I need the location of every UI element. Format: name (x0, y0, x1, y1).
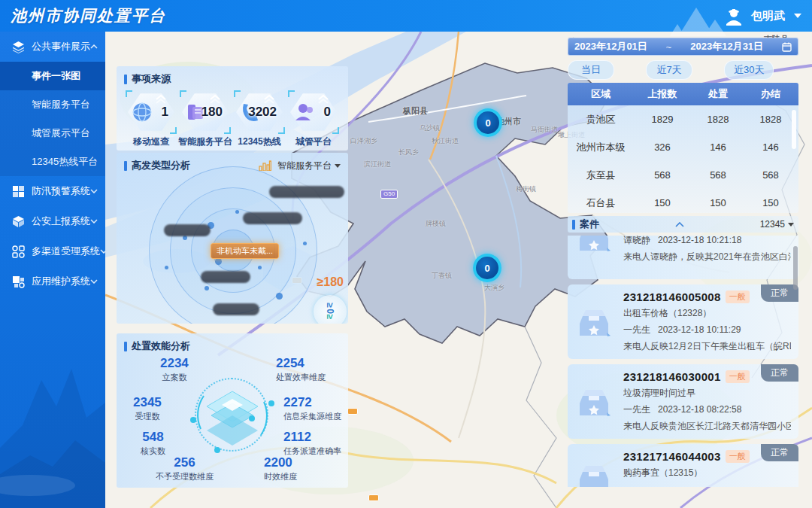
case-title: 垃圾清理时间过早 (623, 387, 791, 400)
chevron-down-icon (100, 249, 105, 254)
bubble-point (215, 258, 222, 265)
stat-value: 0 (324, 105, 331, 120)
top-type-tag[interactable]: 非机动车未戴... (211, 243, 279, 259)
circle-node (249, 415, 255, 421)
stat-label: 城管平台 (286, 135, 341, 148)
case-box-icon (577, 236, 611, 252)
bubble-point (205, 286, 209, 291)
map-cluster-marker[interactable]: 0 (473, 254, 501, 282)
stat-value: 180 (201, 105, 223, 120)
bubble-point (303, 242, 307, 245)
case-level-badge: 一般 (726, 370, 750, 383)
case-box-icon (577, 463, 611, 487)
case-card[interactable]: 正常 231218146030001 一般 垃圾清理时间过早 一先生2023-1… (568, 364, 798, 439)
chevron-down-icon (90, 219, 98, 224)
map-label: 滨江街道 (364, 160, 391, 169)
table-row[interactable]: 东至县568 568568 (568, 161, 798, 189)
sidebar-group-flood-warning[interactable]: 防汛预警系统 (0, 176, 105, 206)
date-range-bar[interactable]: 2023年12月01日 ~ 2023年12月31日 (568, 38, 798, 56)
source-stat-mobile-patrol: 1 移动巡查 (124, 92, 178, 148)
diamond-stack-icon (187, 370, 277, 461)
table-row[interactable]: 池州市本级326 146146 (568, 133, 798, 161)
patrol-sphere-icon (131, 101, 153, 123)
col-header-closed: 办结 (745, 87, 796, 101)
dropdown-caret-icon (788, 223, 794, 227)
layers-icon (12, 41, 25, 53)
case-level-badge: 一般 (726, 450, 750, 463)
redacted-type-label (201, 271, 250, 283)
pagoda-watermark-icon (662, 2, 730, 36)
stat-label: 移动巡查 (124, 135, 178, 148)
cases-panel-title: 案件 (572, 217, 599, 231)
dropdown-caret-icon (335, 164, 341, 168)
table-scrollbar[interactable] (792, 110, 796, 149)
calendar-icon[interactable] (782, 42, 792, 52)
page-title: 池州市协同处置平台 (11, 5, 166, 26)
cases-list[interactable]: 驾校退费（12328） 谭晓静2023-12-18 10:21:18 来电人谭晓… (568, 236, 798, 487)
cube-icon (12, 215, 25, 228)
date-start: 2023年12月01日 (574, 40, 647, 53)
bubble-point (276, 293, 283, 300)
sidebar-item-event-map[interactable]: 事件一张图 (0, 62, 105, 90)
bubble-point (235, 210, 239, 214)
bubble-point (165, 266, 168, 269)
type-source-dropdown[interactable]: 智能服务平台 (277, 160, 341, 172)
table-header-row: 区域 上报数 处置 办结 (568, 83, 798, 105)
sidebar-group-public-events[interactable]: 公共事件展示 (0, 32, 105, 62)
eff-stat-collection: 2272信息采集源维度 (283, 395, 341, 422)
eff-stat-efficiency: 2254处置效率维度 (276, 356, 326, 383)
circle-node (190, 417, 196, 423)
table-row[interactable]: 石台县150 150150 (568, 189, 798, 213)
bubble-point (258, 266, 262, 269)
up-chevrons-icon (209, 95, 221, 104)
case-card[interactable]: 正常 231218146005008 一般 出租车价格（12328） 一先生20… (568, 284, 798, 359)
case-card[interactable]: 正常 231217146044003 一般 购药事宜（12315） (568, 444, 798, 487)
eff-stat-filed: 2234立案数 (160, 356, 189, 383)
efficiency-panel: 处置效能分析 2234立案数 2345受理数 548核实数 256不予受理数维度… (117, 333, 348, 488)
sidebar-group-multichannel[interactable]: 多渠道受理系统 (0, 236, 105, 266)
case-description: 来电人谭晓静，反映其2021年在贵池区白洋... (623, 251, 791, 263)
case-box-icon (577, 307, 611, 337)
region-stats-table[interactable]: 区域 上报数 处置 办结 贵池区1829 18281828 池州市本级326 1… (568, 83, 798, 213)
circle-node (268, 400, 274, 406)
table-row[interactable]: 贵池区1829 18281828 (568, 105, 798, 133)
cases-scrollbar[interactable] (793, 246, 798, 290)
sidebar-group-police-report[interactable]: 公安上报系统 (0, 206, 105, 236)
sidebar-group-app-maintenance[interactable]: 应用维护系统 (0, 266, 105, 297)
sidebar-item-12345-hotline[interactable]: 12345热线平台 (0, 148, 105, 176)
collapse-chevron-icon[interactable] (675, 222, 684, 227)
map-label: 丁香镇 (432, 271, 452, 281)
eff-stat-verified: 548核实数 (141, 430, 165, 457)
eff-stat-accepted: 2345受理数 (133, 395, 162, 422)
quick-filter-row: 当日 近7天 近30天 (568, 60, 798, 80)
case-card[interactable]: 驾校退费（12328） 谭晓静2023-12-18 10:21:18 来电人谭晓… (568, 236, 798, 279)
quick-filter-30days[interactable]: 近30天 (724, 60, 774, 80)
case-id: 231218146030001 (623, 370, 721, 383)
legend-scale-circle: ≥0≥ (314, 295, 347, 324)
sidebar-item-smart-service[interactable]: 智能服务平台 (0, 90, 105, 119)
case-reporter: 一先生 (623, 324, 650, 335)
efficiency-center-graphic (187, 370, 277, 461)
case-title: 购药事宜（12315） (623, 467, 791, 479)
quick-filter-today[interactable]: 当日 (568, 60, 614, 80)
user-name[interactable]: 包明武 (751, 9, 785, 23)
case-title: 出租车价格（12328） (623, 307, 791, 320)
sidebar-item-city-mgmt[interactable]: 城管展示平台 (0, 119, 105, 148)
map-label: 梅街镇 (516, 184, 536, 194)
cases-source-dropdown[interactable]: 12345 (760, 219, 794, 230)
type-analysis-panel: 高发类型分析 智能服务平台 非机动车未戴... ≥180 ≥0≥ (117, 153, 348, 324)
case-time: 2023-12-18 10:21:18 (658, 236, 741, 245)
grid-icon (12, 185, 25, 198)
source-stat-smart-service: 180 智能服务平台 (178, 92, 232, 148)
redacted-type-label (164, 224, 211, 236)
quick-filter-7days[interactable]: 近7天 (646, 60, 692, 80)
map-cluster-marker[interactable]: 0 (474, 108, 502, 137)
date-end: 2023年12月31日 (690, 40, 763, 53)
case-level-badge: 一般 (726, 291, 750, 303)
map-label: 白泽湖乡 (350, 136, 377, 146)
chevron-down-icon (90, 189, 98, 193)
user-menu-caret-icon[interactable] (794, 14, 801, 18)
chevron-down-icon (90, 279, 98, 284)
stat-value: 1 (162, 105, 168, 120)
map-label: 秋江街道 (432, 136, 459, 146)
